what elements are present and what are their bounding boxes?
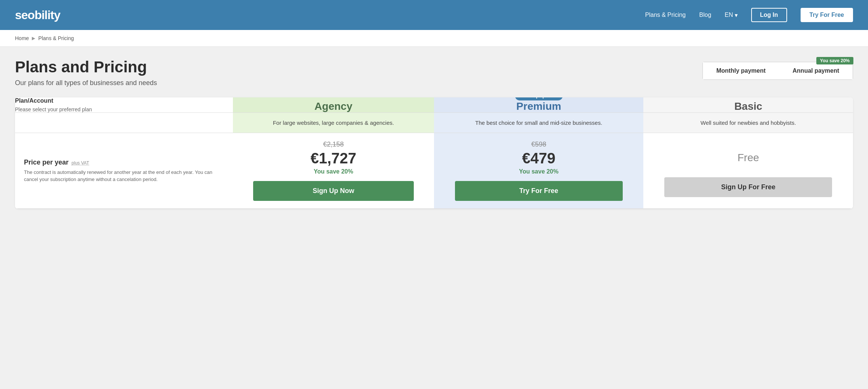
basic-signup-free-button[interactable]: Sign Up For Free	[664, 177, 832, 197]
premium-price-cell: €598 €479 You save 20% Try For Free	[434, 133, 644, 209]
main-content: Plans and Pricing Our plans for all type…	[0, 47, 868, 224]
premium-desc-cell: The best choice for small and mid-size b…	[434, 113, 644, 133]
plan-account-title: Plan/Account	[15, 97, 233, 104]
pricing-label-cell: Price per year plus VAT The contract is …	[15, 133, 233, 209]
save-badge: You save 20%	[816, 57, 853, 64]
plans-title-block: Plans and Pricing Our plans for all type…	[15, 58, 157, 87]
pricing-row: Price per year plus VAT The contract is …	[15, 133, 853, 209]
agency-price-cell: €2,158 €1,727 You save 20% Sign Up Now	[233, 133, 434, 209]
breadcrumb: Home ▶ Plans & Pricing	[0, 30, 868, 47]
plan-label-header: Plan/Account Please select your preferre…	[15, 97, 233, 113]
page-subtitle: Our plans for all types of businesses an…	[15, 79, 157, 87]
basic-free-price: Free	[649, 144, 847, 171]
monthly-payment-button[interactable]: Monthly payment	[703, 62, 779, 79]
premium-try-free-button[interactable]: Try For Free	[455, 181, 623, 201]
annual-payment-button[interactable]: Annual payment	[779, 62, 853, 79]
agency-original-price: €2,158	[239, 141, 428, 148]
agency-plan-name: Agency	[233, 100, 434, 112]
plan-desc-label-cell	[15, 113, 233, 133]
plan-header-row: Plan/Account Please select your preferre…	[15, 97, 853, 113]
chevron-down-icon: ▾	[735, 12, 738, 19]
agency-current-price: €1,727	[239, 150, 428, 167]
premium-header-cell: Most popular Premium	[434, 97, 644, 113]
premium-description: The best choice for small and mid-size b…	[475, 120, 602, 126]
agency-desc-cell: For large websites, large companies & ag…	[233, 113, 434, 133]
basic-header-cell: Basic	[643, 97, 853, 113]
price-label-description: The contract is automatically renewed fo…	[24, 169, 224, 183]
plans-header-row: Plans and Pricing Our plans for all type…	[15, 58, 853, 87]
basic-desc-cell: Well suited for newbies and hobbyists.	[643, 113, 853, 133]
basic-description: Well suited for newbies and hobbyists.	[701, 120, 796, 126]
lang-label: EN	[725, 12, 733, 18]
nav-blog[interactable]: Blog	[699, 12, 711, 18]
premium-save-text: You save 20%	[440, 168, 638, 175]
price-per-year-title: Price per year plus VAT	[24, 159, 224, 166]
site-header: seobility Plans & Pricing Blog EN ▾ Log …	[0, 0, 868, 30]
basic-price-cell: Free Sign Up For Free	[643, 133, 853, 209]
agency-save-text: You save 20%	[239, 168, 428, 175]
plan-desc-row: For large websites, large companies & ag…	[15, 113, 853, 133]
agency-signup-button[interactable]: Sign Up Now	[253, 181, 414, 201]
basic-plan-name: Basic	[643, 100, 853, 112]
premium-current-price: €479	[440, 150, 638, 167]
price-title-text: Price per year	[24, 159, 69, 166]
login-button[interactable]: Log In	[751, 8, 787, 22]
pricing-table-wrapper: Plan/Account Please select your preferre…	[15, 97, 853, 209]
agency-header-cell: Agency	[233, 97, 434, 113]
agency-description: For large websites, large companies & ag…	[273, 120, 394, 126]
premium-original-price: €598	[440, 141, 638, 148]
nav-plans-pricing[interactable]: Plans & Pricing	[645, 12, 686, 18]
site-logo: seobility	[15, 8, 60, 22]
breadcrumb-home[interactable]: Home	[15, 35, 29, 41]
breadcrumb-current: Plans & Pricing	[38, 35, 74, 41]
plan-select-text: Please select your preferred plan	[15, 106, 233, 112]
main-nav: Plans & Pricing Blog EN ▾ Log In Try For…	[645, 8, 853, 22]
premium-plan-name: Premium	[434, 100, 644, 112]
most-popular-badge: Most popular	[515, 97, 563, 100]
header-try-free-button[interactable]: Try For Free	[801, 8, 853, 22]
payment-toggle: You save 20% Monthly payment Annual paym…	[702, 62, 853, 80]
lang-selector[interactable]: EN ▾	[725, 12, 737, 19]
breadcrumb-separator: ▶	[32, 36, 35, 41]
page-title: Plans and Pricing	[15, 58, 157, 76]
vat-text: plus VAT	[72, 160, 89, 166]
pricing-table: Plan/Account Please select your preferre…	[15, 97, 853, 209]
